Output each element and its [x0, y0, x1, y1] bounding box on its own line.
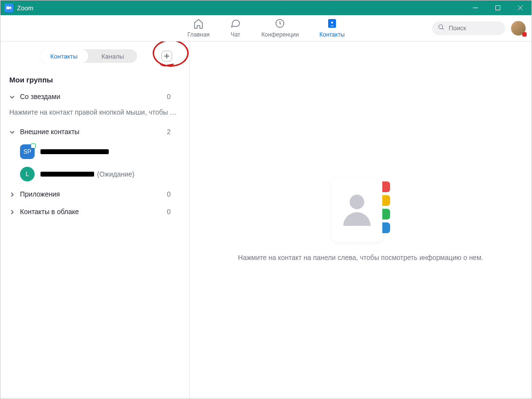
- group-starred-label: Со звездами: [20, 93, 60, 100]
- contact-avatar: SP: [20, 144, 35, 159]
- nav-contacts[interactable]: Контакты: [316, 18, 348, 38]
- top-toolbar: Главная Чат Конференции Контакты: [0, 15, 532, 41]
- group-starred[interactable]: Со звездами 0: [0, 88, 189, 105]
- nav-meetings-label: Конференции: [261, 31, 299, 38]
- clock-icon: [275, 18, 285, 30]
- group-external-label: Внешние контакты: [20, 128, 79, 136]
- app-window: Zoom Главная Чат: [0, 0, 532, 399]
- chevron-down-icon: [9, 129, 15, 135]
- chat-icon: [230, 18, 241, 30]
- search-input[interactable]: [448, 24, 499, 32]
- zoom-logo-icon: [4, 3, 13, 12]
- group-cloud-count: 0: [167, 208, 171, 216]
- user-avatar[interactable]: [511, 21, 526, 36]
- nav-home[interactable]: Главная: [184, 18, 213, 38]
- add-contact-button[interactable]: [161, 51, 172, 61]
- svg-rect-1: [496, 6, 500, 10]
- group-cloud[interactable]: Контакты в облаке 0: [0, 203, 189, 220]
- sidebar-tab-channels[interactable]: Каналы: [88, 49, 137, 63]
- contact-item[interactable]: SP: [0, 140, 189, 163]
- group-apps-label: Приложения: [20, 190, 60, 198]
- chevron-down-icon: [9, 94, 15, 100]
- chevron-right-icon: [9, 209, 15, 215]
- group-starred-count: 0: [167, 93, 171, 100]
- window-title: Zoom: [17, 4, 33, 12]
- nav-contacts-label: Контакты: [319, 31, 345, 38]
- titlebar: Zoom: [0, 0, 532, 15]
- contact-pending-label: (Ожидание): [97, 170, 135, 178]
- maximize-button[interactable]: [487, 0, 509, 15]
- empty-state-text: Нажмите на контакт на панели слева, чтоб…: [218, 254, 503, 261]
- presence-indicator: [31, 143, 36, 148]
- search-icon: [438, 24, 445, 33]
- group-cloud-label: Контакты в облаке: [20, 208, 79, 216]
- svg-line-8: [442, 28, 444, 29]
- sidebar-heading: Мои группы: [0, 71, 189, 88]
- home-icon: [193, 18, 204, 30]
- nav-meetings[interactable]: Конференции: [258, 18, 302, 38]
- redacted-name: [40, 172, 94, 177]
- chevron-right-icon: [9, 191, 15, 197]
- starred-hint: Нажмите на контакт правой кнопкой мыши, …: [0, 105, 189, 123]
- svg-point-6: [331, 21, 334, 24]
- group-external-count: 2: [167, 128, 171, 136]
- group-apps[interactable]: Приложения 0: [0, 185, 189, 203]
- main-nav: Главная Чат Конференции Контакты: [184, 18, 348, 38]
- svg-point-7: [439, 24, 443, 28]
- sidebar: Контакты Каналы Мои группы Со звезда: [0, 41, 190, 399]
- contact-initials: SP: [23, 148, 31, 155]
- contact-icon: [327, 18, 337, 30]
- contact-item[interactable]: L (Ожидание): [0, 163, 189, 185]
- group-external[interactable]: Внешние контакты 2: [0, 123, 189, 140]
- contact-initials: L: [26, 171, 29, 178]
- nav-chat-label: Чат: [231, 31, 240, 38]
- sidebar-tab-contacts[interactable]: Контакты: [39, 49, 88, 63]
- sidebar-tabs: Контакты Каналы: [39, 49, 137, 63]
- minimize-button[interactable]: [464, 0, 487, 15]
- empty-contact-illustration: [332, 179, 390, 242]
- nav-chat[interactable]: Чат: [227, 18, 244, 38]
- plus-icon: [164, 52, 169, 60]
- close-button[interactable]: [509, 0, 532, 15]
- contact-avatar: L: [20, 167, 35, 181]
- group-apps-count: 0: [167, 190, 171, 198]
- redacted-name: [40, 149, 109, 154]
- search-input-wrap[interactable]: [432, 21, 505, 35]
- detail-pane: Нажмите на контакт на панели слева, чтоб…: [190, 41, 532, 399]
- nav-home-label: Главная: [187, 31, 210, 38]
